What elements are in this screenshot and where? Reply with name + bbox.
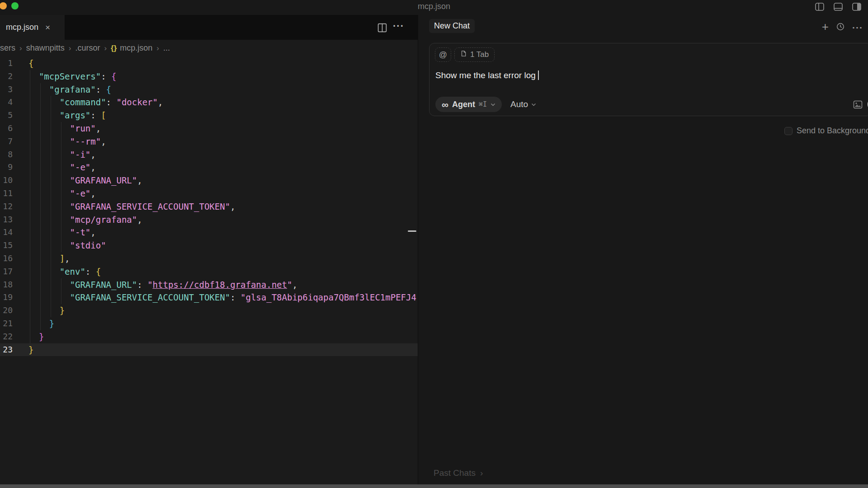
code-text: "GRAFANA_SERVICE_ACCOUNT_TOKEN": "glsa_T…	[13, 291, 416, 304]
line-number: 15	[0, 239, 13, 252]
breadcrumb: sers›shawnpitts›.cursor›{}mcp.json›...	[0, 40, 418, 56]
code-line[interactable]: 13 "mcp/grafana",	[0, 213, 418, 226]
code-text: "-i",	[13, 148, 96, 161]
code-line[interactable]: 23}	[0, 343, 418, 357]
editor-more-actions-icon[interactable]: ···	[393, 20, 404, 32]
line-number: 22	[0, 330, 13, 343]
breadcrumb-item[interactable]: shawnpitts	[26, 43, 65, 53]
code-text: "GRAFANA_SERVICE_ACCOUNT_TOKEN",	[13, 200, 236, 213]
chat-pane: New Chat + ··· @	[418, 15, 868, 484]
titlebar[interactable]: mcp.json	[0, 0, 868, 15]
code-text: "grafana": {	[13, 83, 111, 96]
line-number: 18	[0, 278, 13, 291]
code-line[interactable]: 2 "mcpServers": {	[0, 70, 418, 83]
code-text: "GRAFANA_URL": "https://cdbf18.grafana.n…	[13, 278, 297, 291]
tab-mcp-json[interactable]: mcp.json ×	[0, 15, 65, 40]
model-label: Auto	[510, 99, 528, 109]
code-text: }	[13, 304, 65, 317]
code-area[interactable]: 1{2 "mcpServers": {3 "grafana": {4 "comm…	[0, 57, 418, 356]
breadcrumb-item[interactable]: sers	[0, 43, 15, 53]
breadcrumb-separator: ›	[19, 44, 22, 53]
attach-image-icon[interactable]	[853, 100, 863, 111]
code-line[interactable]: 17 "env": {	[0, 265, 418, 278]
code-text: }	[13, 317, 54, 330]
send-to-background-checkbox[interactable]	[784, 127, 793, 135]
breadcrumb-separator: ›	[156, 44, 159, 53]
indent-guide	[30, 70, 30, 343]
send-to-background-label: Send to Background	[797, 126, 868, 136]
code-text: "command": "docker",	[13, 96, 163, 109]
line-number: 13	[0, 213, 13, 226]
split-editor-icon[interactable]	[377, 23, 387, 35]
code-line[interactable]: 11 "-e",	[0, 187, 418, 200]
line-number: 7	[0, 135, 13, 148]
breadcrumb-item[interactable]: .cursor	[75, 43, 100, 53]
send-to-background-option[interactable]: Send to Background	[784, 126, 868, 136]
code-line[interactable]: 22 }	[0, 330, 418, 343]
past-chats-link[interactable]: Past Chats ›	[434, 468, 483, 478]
code-line[interactable]: 21 }	[0, 317, 418, 330]
code-text: "stdio"	[13, 239, 106, 252]
line-number: 20	[0, 304, 13, 317]
indent-guide	[61, 122, 61, 252]
line-number: 11	[0, 187, 13, 200]
code-line[interactable]: 19 "GRAFANA_SERVICE_ACCOUNT_TOKEN": "gls…	[0, 291, 418, 304]
chat-header: New Chat + ···	[418, 15, 868, 40]
chevron-right-icon: ›	[480, 468, 483, 478]
tab-context-chip[interactable]: 1 Tab	[454, 47, 495, 62]
code-line[interactable]: 7 "--rm",	[0, 135, 418, 148]
code-line[interactable]: 5 "args": [	[0, 109, 418, 122]
toggle-secondary-sidebar-icon[interactable]	[852, 2, 862, 12]
code-line[interactable]: 16 ],	[0, 252, 418, 265]
chat-composer[interactable]: @ 1 Tab Show me the last error log ∞ Age…	[429, 43, 868, 116]
agent-shortcut: ⌘I	[479, 100, 487, 108]
tab-new-chat[interactable]: New Chat	[429, 19, 475, 33]
app-window: mcp.json mcp.json	[0, 0, 868, 488]
breadcrumb-item[interactable]: mcp.json	[120, 43, 152, 53]
code-line[interactable]: 9 "-e",	[0, 161, 418, 174]
tab-close-icon[interactable]: ×	[45, 23, 50, 32]
code-line[interactable]: 4 "command": "docker",	[0, 96, 418, 109]
code-line[interactable]: 15 "stdio"	[0, 239, 418, 252]
agent-mode-selector[interactable]: ∞ Agent ⌘I	[435, 97, 502, 112]
breadcrumb-separator: ›	[104, 44, 107, 53]
code-text: ],	[13, 252, 70, 265]
line-number: 5	[0, 109, 13, 122]
text-cursor	[538, 70, 539, 80]
code-text: "--rm",	[13, 135, 106, 148]
toggle-panel-icon[interactable]	[833, 2, 843, 12]
add-context-button[interactable]: @	[435, 47, 451, 62]
line-number: 21	[0, 317, 13, 330]
line-number: 2	[0, 70, 13, 83]
line-number: 16	[0, 252, 13, 265]
code-text: }	[13, 343, 33, 357]
breadcrumb-separator: ›	[69, 44, 71, 53]
chat-input[interactable]: Show me the last error log	[435, 69, 539, 80]
chat-more-actions-icon[interactable]: ···	[852, 22, 863, 33]
code-line[interactable]: 3 "grafana": {	[0, 83, 418, 96]
code-line[interactable]: 10 "GRAFANA_URL",	[0, 174, 418, 187]
new-chat-plus-icon[interactable]: +	[822, 21, 829, 33]
code-line[interactable]: 12 "GRAFANA_SERVICE_ACCOUNT_TOKEN",	[0, 200, 418, 213]
code-line[interactable]: 20 }	[0, 304, 418, 317]
model-selector[interactable]: Auto	[510, 99, 536, 109]
chevron-down-icon	[531, 103, 536, 106]
code-line[interactable]: 6 "run",	[0, 122, 418, 135]
chat-history-icon[interactable]	[836, 22, 845, 33]
code-text: "args": [	[13, 109, 106, 122]
breadcrumb-item[interactable]: ...	[163, 43, 170, 53]
code-text: "-t",	[13, 226, 96, 239]
infinity-icon: ∞	[442, 100, 448, 109]
code-text: "mcp/grafana",	[13, 213, 142, 226]
code-line[interactable]: 18 "GRAFANA_URL": "https://cdbf18.grafan…	[0, 278, 418, 291]
code-text: "-e",	[13, 161, 96, 174]
line-number: 4	[0, 96, 13, 109]
code-line[interactable]: 8 "-i",	[0, 148, 418, 161]
overview-ruler-marker	[408, 230, 416, 232]
toggle-primary-sidebar-icon[interactable]	[815, 2, 825, 12]
line-number: 12	[0, 200, 13, 213]
code-text: "env": {	[13, 265, 101, 278]
code-line[interactable]: 1{	[0, 57, 418, 70]
code-line[interactable]: 14 "-t",	[0, 226, 418, 239]
line-number: 14	[0, 226, 13, 239]
